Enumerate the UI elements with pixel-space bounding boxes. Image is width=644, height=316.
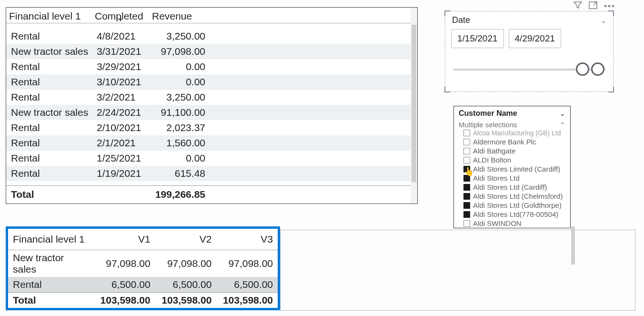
checkbox[interactable] xyxy=(463,139,470,145)
cell-completed: 3/10/2021 xyxy=(92,74,149,90)
col-header-revenue[interactable]: Revenue xyxy=(149,8,211,23)
slicer-item-label: Alcoa Manufacturing (GB) Ltd xyxy=(473,130,561,137)
checkbox[interactable] xyxy=(463,202,470,209)
cell-revenue: 91,100.00 xyxy=(149,105,211,120)
slicer-item[interactable]: ALDI Bolton xyxy=(457,155,570,164)
cell-completed: 2/24/2021 xyxy=(92,105,149,120)
total-v2: 103,598.00 xyxy=(155,293,217,308)
table-row[interactable]: Rental1/25/20210.00 xyxy=(6,151,411,166)
col-header-v1[interactable]: V1 xyxy=(94,229,155,250)
table-row[interactable]: Rental3/2/20213,250.00 xyxy=(6,90,411,105)
cell-financial-level: New tractor sales xyxy=(6,105,92,120)
cell-financial-level: Rental xyxy=(6,151,92,166)
slicer-item[interactable]: Aldi Stores Ltd (Cardiff) xyxy=(457,183,570,192)
slicer-item-label: Aldi Stores Ltd(778-00504) xyxy=(473,210,558,218)
slicer-item-label: Aldi SWINDON xyxy=(473,219,522,227)
total-value: 199,266.85 xyxy=(149,186,211,204)
cell-revenue: 3,250.00 xyxy=(149,29,211,44)
cell-revenue: 1,560.00 xyxy=(149,135,211,151)
col-header-v3[interactable]: V3 xyxy=(216,229,278,250)
cell-financial-level: Rental xyxy=(6,135,92,151)
slicer-item-label: Aldi Bathgate xyxy=(473,147,515,155)
focus-mode-icon[interactable] xyxy=(589,1,597,11)
slider-handle-start[interactable] xyxy=(576,62,589,76)
table-row[interactable]: Rental3/29/20210.00 xyxy=(6,59,411,74)
total-v3: 103,598.00 xyxy=(216,293,278,308)
cell-v3: 97,098.00 xyxy=(216,250,278,277)
cell-completed: 1/19/2021 xyxy=(92,166,149,181)
date-from-input[interactable]: 1/15/2021 xyxy=(451,29,504,48)
empty-visual-placeholder[interactable] xyxy=(280,230,635,311)
revenue-table-visual[interactable]: Financial level 1 Completed Revenue Rent… xyxy=(6,7,418,204)
cell-v1: 97,098.00 xyxy=(94,250,155,277)
total-label: Total xyxy=(8,293,94,308)
slicer-item[interactable]: Alcoa Manufacturing (GB) Ltd xyxy=(457,130,570,137)
selection-handle[interactable] xyxy=(444,87,450,92)
checkbox[interactable] xyxy=(463,193,470,200)
summary-table-visual[interactable]: Financial level 1 V1 V2 V3 New tractor s… xyxy=(6,226,280,310)
chevron-down-icon[interactable]: ⌄ xyxy=(560,110,565,117)
more-options-icon[interactable]: ••• xyxy=(604,1,615,11)
table-row[interactable]: Rental4/8/20213,250.00 xyxy=(6,29,411,44)
cell-completed: 3/29/2021 xyxy=(92,59,149,74)
cell-revenue: 97,098.00 xyxy=(149,44,211,59)
slicer-item[interactable]: Aldi SWINDON xyxy=(457,219,570,228)
filter-icon[interactable] xyxy=(574,1,582,11)
cell-completed: 2/1/2021 xyxy=(92,135,149,151)
col-header-completed[interactable]: Completed xyxy=(92,8,149,23)
slicer-item[interactable]: Aldi Bathgate xyxy=(457,146,570,155)
table-row[interactable]: Rental1/19/2021615.48 xyxy=(6,166,411,181)
checkbox[interactable] xyxy=(463,157,470,163)
slider-handle-end[interactable] xyxy=(591,62,604,76)
table-row[interactable]: New tractor sales2/24/202191,100.00 xyxy=(6,105,411,120)
cell-completed: 3/31/2021 xyxy=(92,44,149,59)
checkbox[interactable] xyxy=(463,130,470,136)
checkbox[interactable] xyxy=(463,148,470,154)
checkbox[interactable] xyxy=(463,166,470,173)
checkbox[interactable] xyxy=(463,184,470,191)
slicer-item[interactable]: Aldi Stores Ltd xyxy=(457,173,570,183)
slicer-item-label: Aldi Stores Ltd (Cardiff) xyxy=(473,183,547,191)
col-header-financial-level[interactable]: Financial level 1 xyxy=(8,229,94,250)
slicer-item[interactable]: Aldermore Bank Plc xyxy=(457,137,570,146)
scrollbar-thumb[interactable] xyxy=(412,25,416,182)
date-range-slider[interactable] xyxy=(453,60,605,83)
slicer-item[interactable]: Aldi Stores Limited (Cardiff)👆 xyxy=(457,164,570,173)
slicer-item[interactable]: Aldi Stores Ltd (Chelmsford) xyxy=(457,192,570,201)
table-row[interactable]: Rental2/10/20212,023.37 xyxy=(6,120,411,135)
col-header-financial-level[interactable]: Financial level 1 xyxy=(6,8,92,23)
col-header-v2[interactable]: V2 xyxy=(155,229,217,250)
slicer-item-label: Aldi Stores Limited (Cardiff) xyxy=(473,165,560,173)
table-row[interactable]: New tractor sales97,098.0097,098.0097,09… xyxy=(8,250,278,277)
customer-name-slicer[interactable]: Customer Name ⌄ Multiple selections ⌃ Al… xyxy=(453,106,571,228)
scrollbar-vertical[interactable] xyxy=(411,8,417,204)
checkbox[interactable] xyxy=(463,175,470,182)
slicer-item[interactable]: Aldi Stores Ltd (Goldthorpe) xyxy=(457,201,570,210)
checkbox[interactable] xyxy=(463,211,470,218)
table-row[interactable]: Rental6,500.006,500.006,500.00 xyxy=(8,277,278,293)
cell-v1: 6,500.00 xyxy=(94,277,155,293)
table-row[interactable]: Rental2/1/20211,560.00 xyxy=(6,135,411,151)
cell-v2: 6,500.00 xyxy=(155,277,217,293)
cell-revenue: 0.00 xyxy=(149,59,211,74)
date-slicer[interactable]: Date ⌄ 1/15/2021 4/29/2021 xyxy=(445,11,614,92)
cell-financial-level: New tractor sales xyxy=(8,250,94,277)
selection-handle[interactable] xyxy=(444,10,450,16)
chevron-down-icon[interactable]: ⌄ xyxy=(601,17,606,24)
visual-header-toolbar: ••• xyxy=(574,1,615,11)
chevron-up-icon[interactable]: ⌃ xyxy=(560,121,565,129)
table-row[interactable]: New tractor sales3/31/202197,098.00 xyxy=(6,44,411,59)
total-label: Total xyxy=(6,186,92,204)
cell-revenue: 615.48 xyxy=(149,166,211,181)
checkbox[interactable] xyxy=(463,220,470,227)
cell-financial-level: Rental xyxy=(6,59,92,74)
selection-handle[interactable] xyxy=(608,10,614,16)
cell-financial-level: Rental xyxy=(8,277,94,293)
slicer-title: Customer Name xyxy=(459,109,517,118)
date-to-input[interactable]: 4/29/2021 xyxy=(509,29,562,48)
slicer-item-label: Aldi Stores Ltd (Goldthorpe) xyxy=(473,201,562,209)
slicer-item[interactable]: Aldi Stores Ltd(778-00504) xyxy=(457,210,570,219)
table-row[interactable]: Rental3/10/20210.00 xyxy=(6,74,411,90)
cell-revenue: 3,250.00 xyxy=(149,90,211,105)
selection-handle[interactable] xyxy=(608,87,614,92)
